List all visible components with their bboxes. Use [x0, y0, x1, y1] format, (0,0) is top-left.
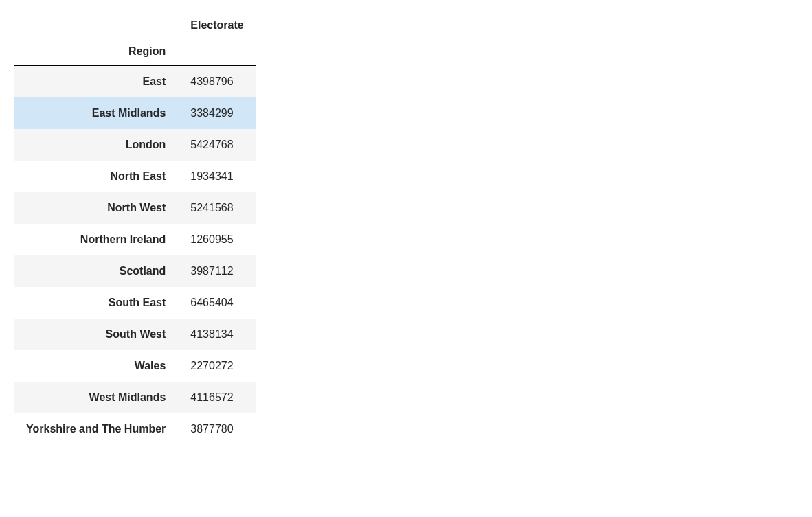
row-header: North East	[14, 161, 178, 192]
row-header: East	[14, 65, 178, 97]
row-header: Yorkshire and The Humber	[14, 413, 178, 445]
row-header: South East	[14, 287, 178, 319]
row-value: 3987112	[178, 255, 256, 287]
table-row: London5424768	[14, 129, 256, 161]
row-value: 2270272	[178, 350, 256, 382]
table-row: Scotland3987112	[14, 255, 256, 287]
table-row: Yorkshire and The Humber3877780	[14, 413, 256, 445]
row-value: 3384299	[178, 97, 256, 129]
table-row: West Midlands4116572	[14, 382, 256, 413]
table-row: North West5241568	[14, 192, 256, 224]
row-header: Wales	[14, 350, 178, 382]
row-header: Northern Ireland	[14, 224, 178, 255]
row-value: 1260955	[178, 224, 256, 255]
electorate-table: Electorate Region East4398796East Midlan…	[14, 14, 256, 445]
row-header: North West	[14, 192, 178, 224]
row-value: 1934341	[178, 161, 256, 192]
row-header: South West	[14, 319, 178, 350]
row-value: 4116572	[178, 382, 256, 413]
table-row: East4398796	[14, 65, 256, 97]
index-header-region: Region	[14, 41, 178, 65]
row-value: 3877780	[178, 413, 256, 445]
row-value: 4138134	[178, 319, 256, 350]
table-row: Wales2270272	[14, 350, 256, 382]
row-value: 6465404	[178, 287, 256, 319]
row-header: London	[14, 129, 178, 161]
row-header: West Midlands	[14, 382, 178, 413]
table-row: South East6465404	[14, 287, 256, 319]
table-row: South West4138134	[14, 319, 256, 350]
table-row: Northern Ireland1260955	[14, 224, 256, 255]
blank-header	[14, 14, 178, 41]
row-header: Scotland	[14, 255, 178, 287]
blank-header	[178, 41, 256, 65]
table-row: North East1934341	[14, 161, 256, 192]
row-value: 5424768	[178, 129, 256, 161]
column-header-electorate: Electorate	[178, 14, 256, 41]
row-value: 5241568	[178, 192, 256, 224]
row-value: 4398796	[178, 65, 256, 97]
row-header: East Midlands	[14, 97, 178, 129]
table-row: East Midlands3384299	[14, 97, 256, 129]
